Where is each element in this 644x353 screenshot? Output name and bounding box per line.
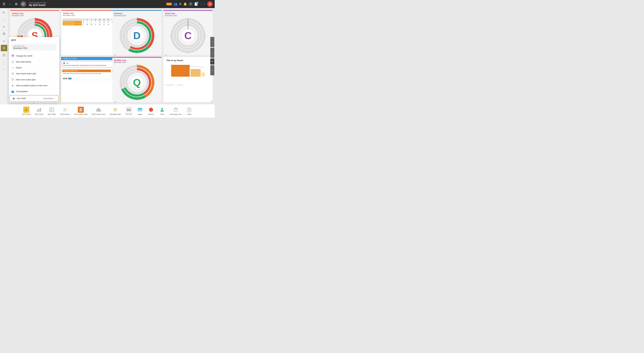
cost-card-header: Cost Line November 2024 — [163, 10, 213, 17]
lite-mode-icon: ▣ — [12, 97, 15, 100]
svg-text:5: 5 — [205, 34, 206, 36]
toolbar-image[interactable]: Image — [135, 106, 145, 116]
standard-notes-label: Standard notes — [110, 113, 121, 115]
apps-icon[interactable]: ⋮⋮ — [200, 2, 206, 6]
quality-card-title: Quality Line — [114, 59, 160, 62]
sidebar-item-qcd2[interactable] — [1, 52, 7, 58]
topbar: ☰ ← ⊞ DT Documentation Team My QCD board… — [0, 0, 215, 8]
dropdown-item-room-action[interactable]: View room action plan — [9, 77, 59, 83]
month-section[interactable]: Selected month November 2024 — [12, 44, 56, 51]
bell-icon[interactable]: 🔔 — [183, 2, 187, 6]
toolbar-qcd-actions[interactable]: QCD Actions — [58, 106, 72, 116]
delivery-letter: D — [133, 30, 140, 42]
help-icon[interactable]: ? — [189, 2, 192, 6]
svg-point-62 — [161, 108, 163, 110]
pareto-chart — [163, 64, 213, 84]
svg-rect-45 — [50, 108, 54, 112]
delivery-spiral-chart: 30 16 D — [112, 17, 162, 54]
month-value: November 2024 — [13, 47, 55, 49]
sidebar-item-pen[interactable]: ✏ — [1, 24, 7, 30]
toolbar-trash[interactable]: Trash — [184, 106, 194, 116]
qcd-chart-icon — [36, 107, 42, 113]
delivery-card-subtitle: November 2024 — [114, 15, 160, 17]
image-icon — [137, 107, 143, 113]
free-text-label: Free text — [126, 113, 132, 115]
svg-text:1: 1 — [52, 34, 53, 36]
sidebar-item-link[interactable]: ⛓ — [1, 31, 7, 37]
svg-point-41 — [12, 78, 14, 80]
back-icon[interactable]: ← — [8, 2, 12, 6]
grid-icon[interactable]: ⊞ — [14, 2, 18, 6]
toolbar-standard-notes[interactable]: Standard notes — [108, 106, 123, 116]
sidebar-item-undo[interactable]: ↩ — [1, 38, 7, 44]
toolbar-stickers[interactable]: Stickers — [146, 106, 156, 116]
pareto-title: Title of my Pareto — [165, 58, 185, 63]
yellow-arrow: ↓ — [32, 99, 35, 105]
toolbar-qcd-table[interactable]: QCD Table — [46, 106, 58, 116]
delivery-card-header: Delivery November 2024 — [112, 10, 162, 17]
mini-card-1-header: PROBLEM LINE TITLE — [62, 70, 110, 72]
cost-card-subtitle: November 2024 — [165, 15, 211, 17]
toolbar-team[interactable]: Team — [157, 106, 167, 116]
toolbar-qcd-action-cards[interactable]: 🃏 QCD action cards — [72, 106, 89, 116]
dropdown-item-change-month[interactable]: 📅 Change the month — [9, 53, 59, 59]
svg-text:24: 24 — [136, 64, 138, 66]
consolidation-icon: 👥 — [11, 90, 14, 93]
svg-text:16: 16 — [136, 52, 138, 54]
arrow-icon-3: › — [56, 90, 57, 93]
pareto-header: Title of my Pareto ● — [163, 57, 213, 64]
toolbar-qcd-chart[interactable]: QCD Chart — [33, 106, 45, 116]
dropdown-menu: QCD Selected month November 2024 📅 Chang… — [9, 37, 59, 102]
svg-point-60 — [138, 109, 140, 110]
standard-notes-icon — [112, 107, 118, 113]
sidebar-item-more[interactable]: … — [1, 59, 7, 65]
sidebar-item-qcd[interactable] — [1, 45, 7, 51]
svg-point-61 — [149, 108, 153, 112]
dropdown-item-escalated[interactable]: ⊕ View escalated actions to this room — [9, 83, 59, 89]
doc-icon[interactable]: 📄 1 — [194, 2, 198, 6]
exchange-zone-label: Exchange zone — [170, 113, 182, 115]
sidebar-item-back[interactable]: ← — [1, 66, 7, 73]
expand-btn-1[interactable]: › — [210, 37, 214, 47]
room-icon — [11, 78, 14, 81]
toolbar-exchange-zone[interactable]: Exchange zone — [168, 106, 183, 116]
trial-badge: trial — [166, 3, 172, 6]
svg-rect-63 — [174, 109, 178, 111]
sidebar-item-grid[interactable]: ⁚⁚ — [1, 17, 7, 23]
people-icon[interactable]: 👥 — [174, 2, 177, 6]
deactivated-badge: Deactivated — [44, 97, 53, 99]
qcd-letter-icon: L — [23, 107, 29, 113]
board-title: Documentation Team My QCD board — [29, 2, 46, 7]
dropdown-item-board-action[interactable]: ☰ View board action plan — [9, 71, 59, 77]
expand-btn-3[interactable]: + — [210, 59, 214, 65]
safety-card-subtitle: November 2024 — [12, 15, 58, 17]
stickers-icon — [148, 107, 154, 113]
qcd-pareto-label: QCD Pareto chart — [92, 113, 105, 115]
svg-rect-64 — [175, 108, 176, 109]
trash-label: Trash — [187, 113, 191, 115]
toolbar-free-text[interactable]: Abc Free text — [124, 106, 134, 116]
settings-icon[interactable]: ⚙ — [179, 2, 182, 6]
svg-rect-43 — [38, 109, 40, 112]
mini-card-1: PROBLEM LINE TITLE Extra hours every day… — [62, 69, 111, 80]
toolbar-qcd-pareto[interactable]: QCD Pareto chart — [90, 106, 107, 116]
expand-btn-2[interactable]: ‹ — [210, 48, 214, 58]
trash-icon — [186, 107, 192, 113]
expand-btn-4[interactable]: › — [210, 65, 214, 75]
cost-footer: ☰ 0 opened action Line Constr. — [163, 54, 213, 55]
dropdown-item-data-history[interactable]: 🕐 View data history › — [9, 59, 59, 65]
export-icon: ↗ — [11, 66, 14, 69]
svg-rect-38 — [190, 69, 200, 77]
delivery-card: Delivery November 2024 30 16 D — [112, 10, 162, 55]
delivery-footer: ☰ 0 opened action Late Parts — [112, 54, 162, 55]
stickers-label: Stickers — [148, 113, 154, 115]
arrow-icon: › — [56, 61, 57, 63]
toolbar-qcd-letter[interactable]: L QCD Letter — [20, 106, 32, 116]
sidebar-item-cursor[interactable]: ↖ — [1, 10, 7, 16]
menu-icon[interactable]: ☰ — [2, 2, 6, 6]
dropdown-item-consolidation[interactable]: 👥 Consolidation › — [9, 89, 59, 95]
dropdown-item-export[interactable]: ↗ Export › — [9, 65, 59, 71]
avatar[interactable]: A — [207, 1, 213, 7]
svg-text:27: 27 — [170, 34, 172, 36]
svg-rect-65 — [176, 108, 177, 109]
